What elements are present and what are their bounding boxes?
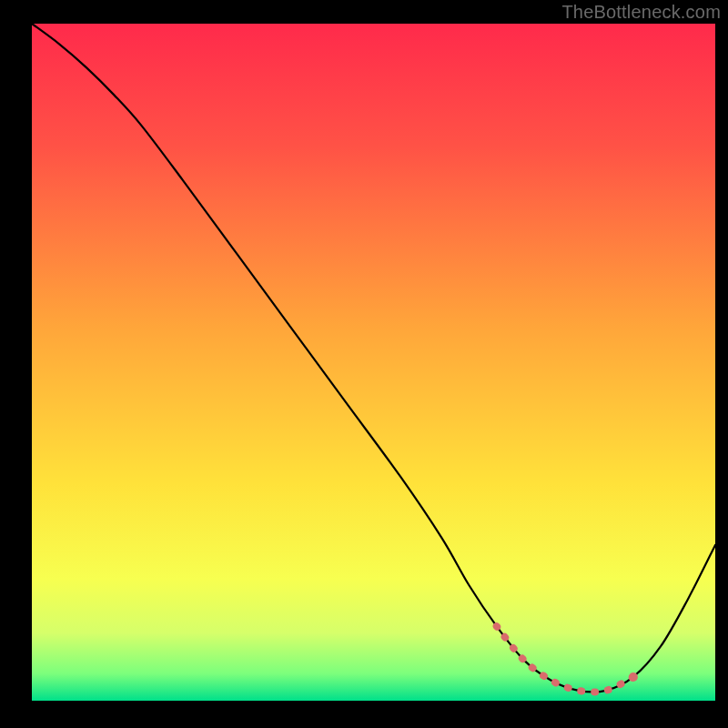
chart-container: TheBottleneck.com — [0, 0, 728, 728]
end-marker-dot — [629, 672, 638, 682]
gradient-background — [32, 24, 715, 701]
watermark-text: TheBottleneck.com — [561, 2, 721, 23]
bottleneck-chart — [0, 0, 728, 728]
